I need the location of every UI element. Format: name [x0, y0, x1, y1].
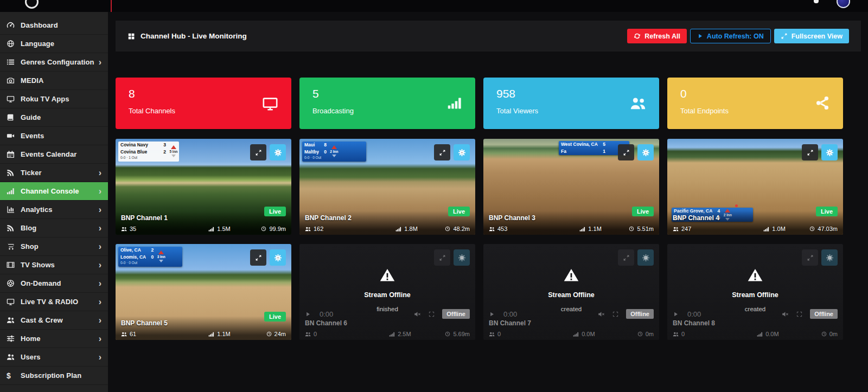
play-icon[interactable]	[305, 311, 311, 317]
sidebar-item-genres-configuration[interactable]: Genres Configuration›	[0, 53, 108, 72]
sidebar-item-subscription-plan[interactable]: $Subscription Plan	[0, 367, 108, 385]
expand-channel-button[interactable]	[250, 144, 266, 160]
viewers-icon	[673, 331, 679, 337]
sidebar-item-label: Ticker	[21, 169, 42, 177]
sidebar-item-ticker[interactable]: Ticker›	[0, 164, 108, 182]
channel-settings-button[interactable]	[821, 249, 838, 266]
player-time: 0:00	[320, 310, 333, 318]
scoreboard-score: 1	[600, 149, 605, 155]
sidebar-item-roku-tv-apps[interactable]: Roku TV Apps	[0, 90, 108, 108]
expand-channel-button[interactable]	[434, 144, 450, 160]
film-icon	[7, 261, 21, 269]
sidebar-item-analytics[interactable]: Analytics›	[0, 201, 108, 219]
fullscreen-icon[interactable]	[796, 311, 802, 317]
scoreboard-score: 2	[148, 247, 154, 253]
page-title: Channel Hub - Live Monitoring	[141, 32, 247, 40]
sidebar-item-media[interactable]: MEDIA	[0, 72, 108, 90]
expand-channel-button[interactable]	[618, 144, 634, 160]
offline-title: Stream Offline	[667, 291, 843, 299]
bitrate-icon	[208, 331, 214, 337]
inning-down-icon	[159, 260, 163, 262]
channel-settings-button[interactable]	[637, 144, 654, 160]
chevron-right-icon: ›	[99, 242, 101, 251]
sidebar-item-cast-crew[interactable]: Cast & Crew›	[0, 311, 108, 330]
expand-channel-button[interactable]	[434, 249, 450, 266]
play-icon[interactable]	[673, 311, 679, 317]
chevron-right-icon: ›	[99, 335, 101, 343]
sidebar-item-live-tv-radio[interactable]: Live TV & RADIO›	[0, 293, 108, 311]
sidebar-item-label: Channel Console	[21, 187, 79, 195]
channel-settings-button[interactable]	[454, 144, 470, 160]
fullscreen-icon[interactable]	[612, 311, 618, 317]
auto-refresh-toggle[interactable]: Auto Refresh: ON	[690, 29, 771, 43]
sidebar-item-users[interactable]: Users›	[0, 348, 108, 367]
sidebar-item-events[interactable]: Events	[0, 127, 108, 145]
channel-name: BNP Channel 2	[305, 214, 470, 222]
channel-settings-button[interactable]	[270, 249, 286, 266]
sidebar-item-tv-shows[interactable]: TV Shows›	[0, 256, 108, 274]
channel-card: Maui8 Maltby0 0-0 · 0 Out 2 Inn Live BNP…	[299, 139, 475, 235]
muted-icon[interactable]	[598, 311, 605, 318]
viewer-count: 247	[681, 226, 691, 232]
viewers-icon	[121, 331, 127, 337]
notification-icon[interactable]	[814, 0, 819, 3]
sidebar-item-partial[interactable]	[0, 385, 108, 392]
channel-card: Stream Offline created 0:00 Offline BN C…	[483, 244, 659, 340]
bitrate-value: 1.8M	[404, 226, 417, 232]
scoreboard-team: West Covina, CA	[561, 142, 598, 147]
sidebar-item-label: Shop	[21, 242, 39, 250]
bitrate-value: 2.5M	[398, 331, 411, 337]
fullscreen-icon[interactable]	[429, 311, 435, 317]
scoreboard-count: 0-0 · 0 Out	[118, 261, 156, 266]
expand-channel-button[interactable]	[618, 249, 634, 266]
sidebar-item-events-calendar[interactable]: Events Calendar	[0, 145, 108, 164]
bitrate-value: 1.5M	[217, 226, 230, 232]
sidebar-item-home[interactable]: Home›	[0, 330, 108, 348]
sidebar-item-channel-console[interactable]: Channel Console›	[0, 182, 108, 201]
dollar-icon: $	[7, 371, 21, 380]
inning-down-icon	[332, 155, 336, 157]
channel-settings-button[interactable]	[821, 144, 838, 160]
sliders-icon	[7, 335, 21, 343]
channel-settings-button[interactable]	[454, 249, 470, 266]
expand-channel-button[interactable]	[802, 249, 818, 266]
play-icon[interactable]	[489, 311, 495, 317]
expand-channel-button[interactable]	[802, 144, 818, 160]
scoreboard-inning: 3 Inn	[157, 255, 165, 259]
chevron-right-icon: ›	[99, 316, 101, 325]
sidebar-item-dashboard[interactable]: Dashboard	[0, 16, 108, 35]
refresh-all-button[interactable]: Refresh All	[627, 29, 687, 43]
bitrate-value: 0.0M	[582, 331, 595, 337]
page: { "colors": { "red": "#f0202e", "blue": …	[0, 0, 868, 392]
scoreboard-score: 2	[161, 149, 166, 155]
clock-icon	[629, 226, 634, 232]
sidebar-item-on-demand[interactable]: On-Demand›	[0, 274, 108, 293]
stat-label: Total Channels	[129, 107, 278, 115]
expand-channel-button[interactable]	[250, 249, 266, 266]
channel-grid: Covina Navy3 Covina Blue2 0-0 · 1 Out 5 …	[116, 139, 843, 340]
fullscreen-view-button[interactable]: Fullscreen View	[774, 29, 849, 43]
muted-icon[interactable]	[414, 311, 421, 318]
scoreboard-team: Maltby	[304, 149, 319, 155]
channel-settings-button[interactable]	[637, 249, 654, 266]
cart-icon	[7, 242, 21, 250]
viewer-count: 61	[130, 331, 136, 337]
offline-badge: Offline	[442, 309, 470, 319]
channel-settings-button[interactable]	[270, 144, 286, 160]
bitrate-icon	[579, 226, 585, 232]
sidebar-item-shop[interactable]: Shop›	[0, 237, 108, 256]
clock-icon	[266, 331, 272, 337]
chevron-right-icon: ›	[99, 205, 101, 214]
scoreboard-team: Loomis, CA	[120, 254, 146, 260]
stat-value: 5	[312, 87, 462, 100]
sidebar-item-blog[interactable]: Blog›	[0, 219, 108, 237]
sidebar-item-label: Subscription Plan	[21, 371, 81, 380]
monitor-icon	[262, 95, 278, 112]
muted-icon[interactable]	[782, 311, 789, 318]
sidebar-item-guide[interactable]: Guide	[0, 108, 108, 127]
inning-down-icon	[171, 155, 176, 157]
user-avatar[interactable]	[837, 0, 850, 8]
viewer-count: 0	[314, 331, 317, 337]
play-icon	[697, 33, 703, 39]
sidebar-item-language[interactable]: Language	[0, 35, 108, 53]
